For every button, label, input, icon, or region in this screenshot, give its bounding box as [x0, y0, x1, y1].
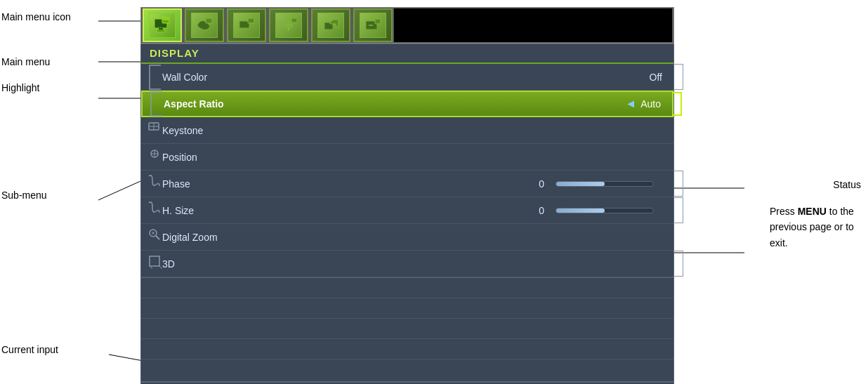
menu-row-hsize[interactable]: H. Size 0 [141, 197, 673, 224]
menu-value-wall-color: Off [650, 72, 662, 83]
slider-hsize[interactable] [555, 208, 668, 213]
bottom-row-5 [141, 359, 673, 380]
menu-icon-4[interactable] [269, 8, 308, 42]
menu-arrow-aspect-ratio: ◄ [625, 98, 636, 110]
bracket-left-hsize [147, 197, 162, 223]
menu-value-phase: 0 [539, 178, 544, 190]
menu-icon-3[interactable] [227, 8, 266, 42]
menu-label-wall-color: Wall Color [162, 72, 650, 83]
bracket-left-phase [147, 171, 162, 197]
bottom-row-4 [141, 339, 673, 359]
black-box [394, 8, 672, 42]
menu-icon-2[interactable] [185, 8, 224, 42]
slider-track-hsize [555, 208, 654, 213]
icon-3-inner [233, 13, 260, 38]
bottom-row-3 [141, 319, 673, 339]
menu-label-phase: Phase [162, 178, 539, 190]
bottom-row-1 [141, 278, 673, 298]
osd-container: DISPLAY Wall Color Off Aspect Ratio ◄ Au [140, 7, 674, 351]
main-panel: DISPLAY Wall Color Off Aspect Ratio ◄ Au [140, 44, 674, 384]
menu-row-3d[interactable]: 3D [141, 251, 673, 277]
menu-row-phase[interactable]: Phase 0 [141, 171, 673, 197]
menu-row-wall-color[interactable]: Wall Color Off [141, 64, 673, 91]
svg-line-40 [159, 266, 162, 269]
bottom-row-2 [141, 298, 673, 319]
menu-row-aspect-ratio[interactable]: Aspect Ratio ◄ Auto [141, 91, 673, 117]
icon-2-inner [191, 13, 218, 38]
bracket-left-aspect-ratio [148, 92, 164, 116]
bracket-right-3d [673, 251, 683, 277]
svg-line-36 [156, 236, 159, 239]
bracket-right-phase [673, 171, 683, 197]
header-row: DISPLAY [141, 44, 673, 64]
menu-icon-1[interactable] [143, 8, 182, 42]
bottom-section [141, 277, 673, 381]
svg-rect-16 [162, 18, 169, 20]
menu-label-3d: 3D [162, 258, 668, 270]
icon-6-inner [360, 13, 386, 38]
icon-1-inner [149, 13, 176, 38]
bracket-right-hsize [673, 197, 683, 223]
slider-track-phase [555, 181, 654, 187]
slider-fill-phase [556, 182, 605, 186]
menu-label-digital-zoom: Digital Zoom [162, 232, 668, 243]
slider-phase[interactable] [555, 181, 668, 187]
icon-4-inner [275, 13, 302, 38]
status-bar: ⇒ No Signal MENU Exit [141, 381, 673, 384]
bracket-right-aspect-ratio [672, 92, 682, 116]
menu-icon-5[interactable] [311, 8, 350, 42]
menu-icon-6[interactable] [353, 8, 393, 42]
svg-rect-24 [291, 18, 297, 22]
icon-bar [140, 7, 674, 44]
menu-label-keystone: Keystone [162, 125, 668, 136]
menu-label-position: Position [162, 152, 668, 163]
menu-row-keystone[interactable]: Keystone [141, 117, 673, 144]
menu-value-aspect-ratio: Auto [640, 98, 661, 110]
icon-5-inner [317, 13, 344, 38]
highlight-label: Highlight [1, 82, 39, 93]
menu-value-hsize: 0 [539, 205, 544, 216]
bracket-left-keystone [147, 117, 162, 143]
svg-rect-27 [375, 19, 381, 24]
svg-rect-14 [157, 30, 165, 32]
menu-row-position[interactable]: Position [141, 144, 673, 171]
status-label: Status [833, 179, 861, 190]
menu-label-hsize: H. Size [162, 205, 539, 216]
press-menu-note: Press MENU to the previous page or to ex… [770, 204, 861, 251]
bracket-left-wall-color [147, 64, 162, 90]
bracket-left-position [147, 144, 162, 170]
header-title: DISPLAY [150, 47, 199, 59]
bracket-left-3d [147, 251, 162, 277]
menu-row-digital-zoom[interactable]: Digital Zoom [141, 224, 673, 251]
current-input-label: Current input [1, 344, 58, 355]
main-menu-icon-label: Main menu icon [1, 11, 71, 22]
main-menu-label: Main menu [1, 56, 50, 67]
menu-label-aspect-ratio: Aspect Ratio [164, 98, 625, 110]
bracket-left-digital-zoom [147, 224, 162, 250]
slider-fill-hsize [556, 208, 605, 213]
svg-rect-17 [206, 18, 212, 23]
svg-rect-19 [248, 18, 254, 23]
sub-menu-label: Sub-menu [1, 190, 47, 201]
bracket-right-wall-color [673, 64, 683, 90]
